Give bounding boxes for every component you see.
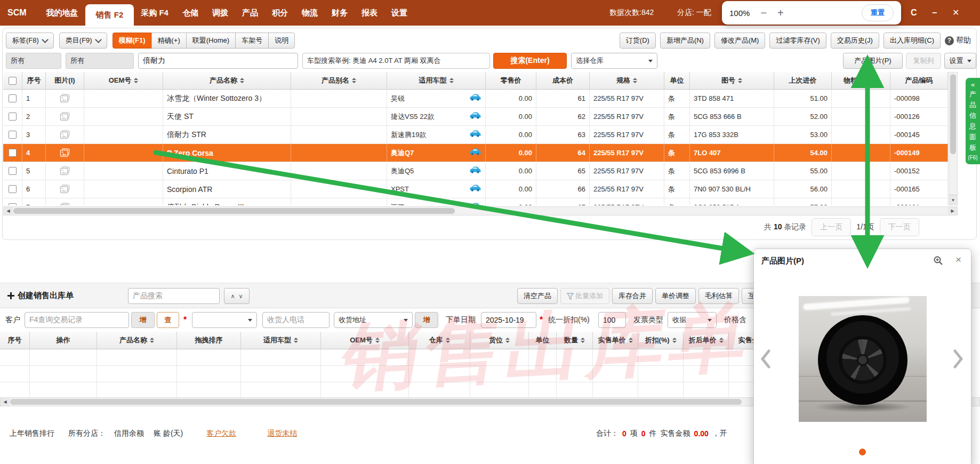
sort-icon[interactable] [446, 338, 450, 343]
customer-debt-link[interactable]: 客户欠款 [206, 429, 236, 438]
settings-button[interactable]: 设置 [944, 53, 976, 69]
column-header[interactable]: 物料编码 [832, 72, 890, 90]
column-header[interactable]: 适用车型 [241, 332, 321, 349]
column-header[interactable]: 实售单价 [593, 332, 638, 349]
collapse-up-icon[interactable]: ∧ [230, 293, 235, 300]
sort-icon[interactable] [294, 338, 298, 343]
nav-tab[interactable]: 产品 [235, 0, 265, 26]
cell-image[interactable] [46, 198, 84, 205]
sort-icon[interactable] [375, 338, 380, 343]
column-header[interactable]: 图号 [690, 72, 774, 90]
zoom-in-button[interactable]: + [777, 7, 784, 18]
phone-input[interactable]: 收货人电话 [262, 312, 330, 328]
nav-tab[interactable]: 采购 F4 [134, 0, 175, 26]
cell-image[interactable] [46, 180, 84, 198]
sort-icon[interactable] [581, 338, 585, 343]
panel-close-icon[interactable]: × [955, 254, 961, 266]
column-header[interactable]: 折后单价 [684, 332, 729, 349]
product-image-button[interactable]: 产品图片(P) [843, 53, 903, 69]
carousel-next-icon[interactable] [953, 349, 963, 370]
filter-all-2[interactable]: 所有 [66, 53, 134, 69]
column-header[interactable]: 折扣(%) [638, 332, 684, 349]
column-header[interactable]: OEM号 [321, 332, 409, 349]
row-checkbox[interactable] [9, 203, 17, 205]
product-action-button[interactable]: 新增产品(N) [660, 33, 710, 49]
search-mode-button[interactable]: 精确(+) [151, 33, 187, 49]
column-header[interactable]: 货位 [470, 332, 529, 349]
sort-icon[interactable] [874, 78, 878, 83]
order-action-button[interactable]: 毛利估算 [698, 288, 739, 304]
sort-icon[interactable] [719, 338, 724, 343]
address-add-button[interactable]: 增 [415, 312, 438, 328]
nav-tab[interactable]: 报表 [355, 0, 384, 26]
order-date-input[interactable]: 2025-10-19 [481, 312, 536, 328]
nav-tab[interactable]: 设置 [384, 0, 414, 26]
discount-input[interactable]: 100 [598, 312, 626, 328]
cell-image[interactable] [46, 90, 84, 107]
search-mode-button[interactable]: 模糊(F1) [113, 33, 152, 49]
product-action-button[interactable]: 修改产品(M) [714, 33, 766, 49]
invoice-type-select[interactable]: 收据 [668, 312, 717, 328]
column-header[interactable]: 适用车型 [387, 72, 486, 90]
table-row[interactable]: 3倍耐力 STR新速腾19款0.0063225/55 R17 97V条17G 8… [3, 126, 948, 144]
table-row[interactable]: 6Scorpion ATRXPST0.0066225/55 R17 97V条7N… [3, 180, 948, 198]
sort-icon[interactable] [629, 338, 633, 343]
customer-query-input[interactable]: F4查询交易记录 [25, 312, 129, 328]
sort-icon[interactable] [449, 78, 454, 83]
scroll-left-button[interactable]: ◀ [1, 398, 10, 406]
column-header[interactable]: 产品别名 [291, 72, 387, 90]
order-action-button[interactable]: 清空产品 [517, 288, 558, 304]
sort-icon[interactable] [352, 78, 356, 83]
order-action-button[interactable]: 库存合并 [612, 288, 653, 304]
return-unsettled-link[interactable]: 退货未结 [267, 429, 297, 438]
order-action-button[interactable]: 单价调整 [655, 288, 696, 304]
search-mode-button[interactable]: 车架号 [235, 33, 269, 49]
sort-icon[interactable] [240, 78, 244, 83]
table-row[interactable]: 7倍耐力 Diablo Rosso III迈腾0.0067225/55 R17 … [3, 198, 948, 205]
nav-tab[interactable]: 调拨 [205, 0, 235, 26]
magnifier-zoom-icon[interactable] [933, 255, 943, 267]
row-checkbox[interactable] [9, 185, 17, 193]
column-header[interactable]: 仓库 [409, 332, 470, 349]
product-info-panel-tab[interactable]: «产品信息面板(F6) [966, 78, 980, 164]
cell-image[interactable] [46, 126, 84, 143]
column-header[interactable]: 产品名称 [163, 72, 291, 90]
scroll-down-button[interactable]: ▼ [949, 195, 957, 205]
address-select[interactable]: 收货地址 [334, 312, 413, 328]
column-header[interactable]: 产品名称 [97, 332, 177, 349]
table-row[interactable]: 2天使 ST捷达VS5 22款0.0062225/55 R17 97V条5CG … [3, 108, 948, 126]
zoom-reset-button[interactable]: 重置 [862, 4, 894, 21]
product-action-button[interactable]: 过滤零库存(V) [769, 33, 826, 49]
sort-icon[interactable] [633, 78, 637, 83]
carousel-dot-indicator[interactable] [859, 449, 866, 455]
prev-page-button[interactable]: 上一页 [812, 218, 851, 236]
collapse-expand-stepper[interactable]: ∧ ∨ [224, 288, 250, 304]
row-checkbox[interactable] [9, 167, 17, 175]
product-action-button[interactable]: 交易历史(J) [831, 33, 879, 49]
product-action-button[interactable]: 出入库明细(C) [883, 33, 941, 49]
horizontal-scrollbar[interactable]: ◀ ▶ [3, 206, 958, 215]
nav-tab[interactable]: 我的地盘 [39, 0, 85, 26]
vertical-scrollbar-thumb[interactable] [950, 74, 956, 154]
nav-tab[interactable]: 销售 F2 [85, 4, 134, 26]
product-action-button[interactable]: 订货(D) [620, 33, 656, 49]
collapse-down-icon[interactable]: ∨ [239, 293, 243, 300]
minimize-icon[interactable]: − [932, 7, 937, 18]
row-checkbox[interactable] [9, 149, 17, 157]
column-header[interactable]: 规格 [590, 72, 664, 90]
search-mode-button[interactable]: 联盟(Home) [186, 33, 236, 49]
vertical-scrollbar[interactable]: ▼ [949, 72, 958, 205]
cell-image[interactable] [46, 162, 84, 180]
filter-dropdown-button[interactable]: 类目(F9) [59, 33, 107, 49]
search-button[interactable]: 搜索(Enter) [493, 53, 567, 69]
sort-icon[interactable] [134, 78, 138, 83]
zoom-out-button[interactable]: − [760, 7, 767, 18]
sort-icon[interactable] [672, 338, 677, 343]
sort-icon[interactable] [150, 338, 154, 343]
customer-add-button[interactable]: 增 [131, 312, 155, 328]
copy-column-button[interactable]: 复制列 [906, 53, 941, 69]
customer-select[interactable] [192, 312, 257, 328]
row-checkbox[interactable] [9, 113, 17, 121]
nav-tab[interactable]: 积分 [265, 0, 295, 26]
column-header[interactable]: 数量 [557, 332, 593, 349]
